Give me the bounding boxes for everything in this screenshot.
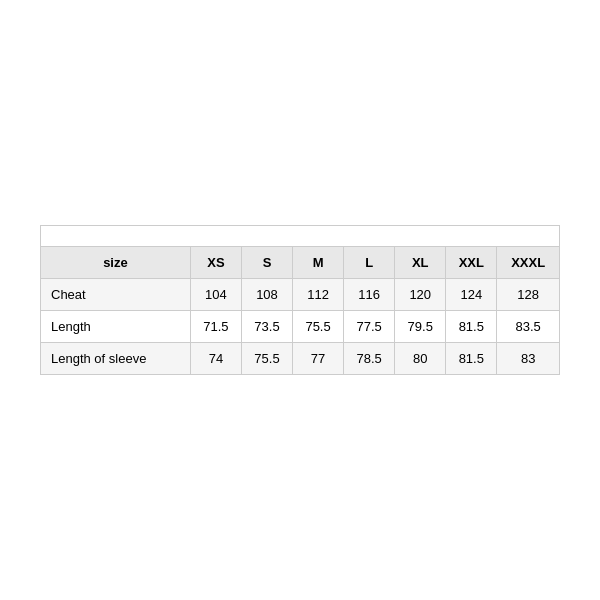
cheat-xl: 120	[395, 279, 446, 311]
length-xs: 71.5	[190, 311, 241, 343]
col-header-xxxl: XXXL	[497, 247, 560, 279]
cheat-m: 112	[293, 279, 344, 311]
cheat-l: 116	[344, 279, 395, 311]
cheat-xs: 104	[190, 279, 241, 311]
sleeve-s: 75.5	[241, 343, 292, 375]
row-label-cheat: Cheat	[41, 279, 191, 311]
row-label-sleeve: Length of sleeve	[41, 343, 191, 375]
col-header-xl: XL	[395, 247, 446, 279]
sleeve-xs: 74	[190, 343, 241, 375]
sleeve-m: 77	[293, 343, 344, 375]
col-header-s: S	[241, 247, 292, 279]
cheat-xxxl: 128	[497, 279, 560, 311]
length-m: 75.5	[293, 311, 344, 343]
chart-title	[41, 226, 560, 247]
col-header-xxl: XXL	[446, 247, 497, 279]
length-xxl: 81.5	[446, 311, 497, 343]
table-row: Length of sleeve 74 75.5 77 78.5 80 81.5…	[41, 343, 560, 375]
row-label-length: Length	[41, 311, 191, 343]
sleeve-l: 78.5	[344, 343, 395, 375]
sleeve-xxl: 81.5	[446, 343, 497, 375]
length-s: 73.5	[241, 311, 292, 343]
title-row	[41, 226, 560, 247]
size-chart-table: size XS S M L XL XXL XXXL Cheat 104 108 …	[40, 225, 560, 375]
length-l: 77.5	[344, 311, 395, 343]
header-row: size XS S M L XL XXL XXXL	[41, 247, 560, 279]
col-header-m: M	[293, 247, 344, 279]
col-header-size: size	[41, 247, 191, 279]
cheat-xxl: 124	[446, 279, 497, 311]
length-xl: 79.5	[395, 311, 446, 343]
col-header-l: L	[344, 247, 395, 279]
table-row: Length 71.5 73.5 75.5 77.5 79.5 81.5 83.…	[41, 311, 560, 343]
col-header-xs: XS	[190, 247, 241, 279]
table-row: Cheat 104 108 112 116 120 124 128	[41, 279, 560, 311]
cheat-s: 108	[241, 279, 292, 311]
sleeve-xl: 80	[395, 343, 446, 375]
size-chart-container: size XS S M L XL XXL XXXL Cheat 104 108 …	[40, 225, 560, 375]
sleeve-xxxl: 83	[497, 343, 560, 375]
length-xxxl: 83.5	[497, 311, 560, 343]
